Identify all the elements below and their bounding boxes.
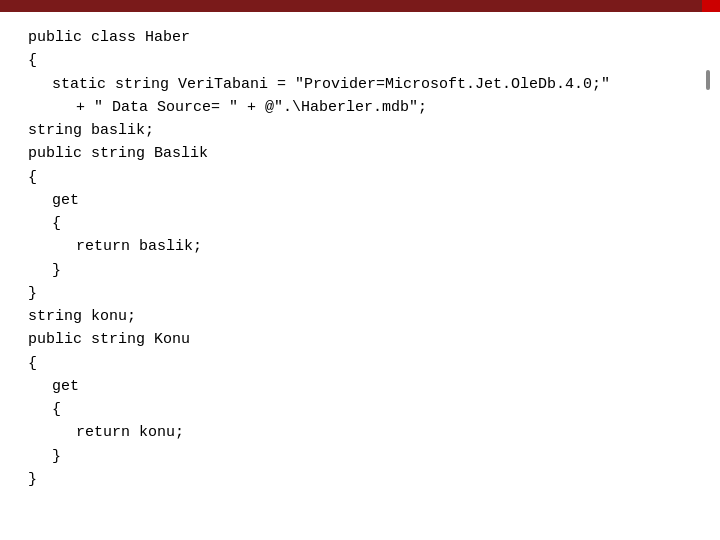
code-line: get bbox=[28, 189, 700, 212]
top-bar-accent bbox=[702, 0, 720, 12]
code-line: string baslik; bbox=[28, 119, 700, 142]
code-line: { bbox=[28, 398, 700, 421]
code-line: public string Baslik bbox=[28, 142, 700, 165]
code-line: static string VeriTabani = "Provider=Mic… bbox=[28, 73, 700, 96]
code-line: string konu; bbox=[28, 305, 700, 328]
code-line: } bbox=[28, 445, 700, 468]
code-line: { bbox=[28, 166, 700, 189]
code-line: get bbox=[28, 375, 700, 398]
code-line: } bbox=[28, 259, 700, 282]
code-line: } bbox=[28, 282, 700, 305]
code-line: public class Haber bbox=[28, 26, 700, 49]
code-container: public class Haber{static string VeriTab… bbox=[0, 12, 720, 505]
code-line: { bbox=[28, 49, 700, 72]
code-line: public string Konu bbox=[28, 328, 700, 351]
code-line: + " Data Source= " + @".\Haberler.mdb"; bbox=[28, 96, 700, 119]
code-line: { bbox=[28, 352, 700, 375]
code-line: return baslik; bbox=[28, 235, 700, 258]
top-bar bbox=[0, 0, 720, 12]
code-line: return konu; bbox=[28, 421, 700, 444]
code-line: { bbox=[28, 212, 700, 235]
code-line: } bbox=[28, 468, 700, 491]
scrollbar[interactable] bbox=[706, 70, 710, 90]
